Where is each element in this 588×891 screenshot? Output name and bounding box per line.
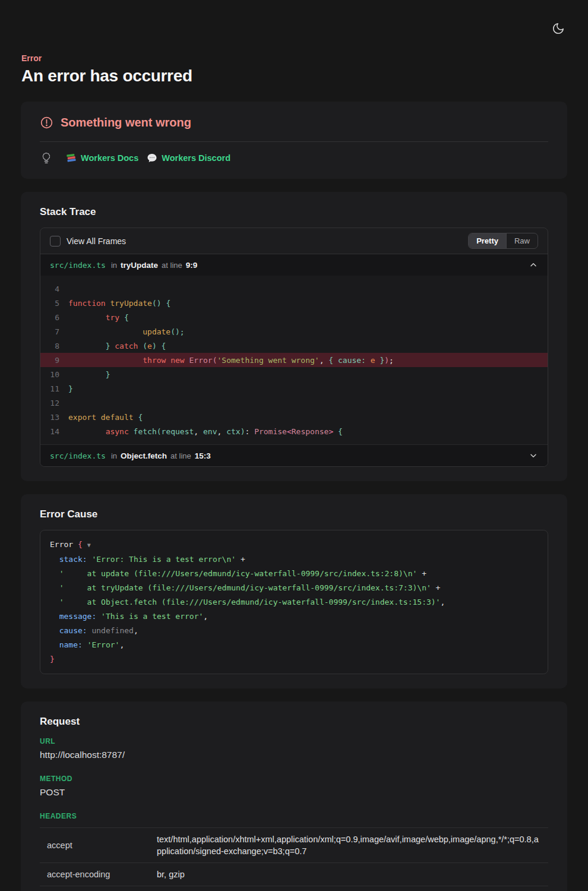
header-key: accept — [47, 841, 157, 850]
error-cause-line: ' at tryUpdate (file:///Users/edmund/icy… — [50, 581, 538, 595]
chevron-up-icon — [529, 260, 538, 270]
error-cause-viewer: Error { ▼ stack: 'Error: This is a test … — [40, 530, 548, 674]
frame-function: Object.fetch — [121, 451, 167, 460]
workers-discord-link[interactable]: Workers Discord — [147, 153, 230, 163]
dark-mode-toggle[interactable] — [550, 20, 567, 37]
alert-title: Something went wrong — [61, 116, 191, 129]
request-panel: Request URL http://localhost:8787/ METHO… — [21, 702, 567, 891]
raw-tab[interactable]: Raw — [506, 233, 538, 248]
code-line: 5function tryUpdate() { — [40, 296, 548, 310]
alert-circle-icon — [40, 116, 53, 129]
header-value: br, gzip — [157, 868, 185, 880]
page-header: Error An error has occurred — [0, 0, 588, 86]
stack-trace-title: Stack Trace — [40, 206, 548, 218]
frame-at-label: at line — [170, 451, 191, 460]
workers-docs-label: Workers Docs — [81, 153, 138, 163]
speech-bubble-icon — [147, 153, 157, 163]
stack-frame-header-tryupdate[interactable]: src/index.ts in tryUpdate at line 9:9 — [40, 254, 548, 276]
view-all-frames-checkbox[interactable] — [50, 236, 61, 247]
frame-in-label: in — [111, 261, 117, 270]
moon-icon — [552, 22, 565, 35]
method-label: METHOD — [40, 775, 548, 783]
error-cause-line: ' at Object.fetch (file:///Users/edmund/… — [50, 595, 538, 609]
code-line: 12 — [40, 396, 548, 410]
pretty-tab[interactable]: Pretty — [469, 233, 506, 248]
code-viewer: 45function tryUpdate() {6 try {7 update(… — [40, 276, 548, 444]
alert-panel: Something went wrong Workers Docs Worker… — [21, 102, 567, 179]
frame-file: src/index.ts — [50, 261, 106, 270]
code-line: 9 throw new Error('Something went wrong'… — [40, 353, 548, 367]
code-line: 4 — [40, 282, 548, 296]
view-all-frames-label: View All Frames — [67, 236, 126, 246]
error-cause-line: stack: 'Error: This is a test error\n' + — [50, 552, 538, 567]
frames-box: View All Frames Pretty Raw src/index.ts … — [40, 228, 548, 467]
request-title: Request — [40, 716, 548, 728]
stack-frame-header-objectfetch[interactable]: src/index.ts in Object.fetch at line 15:… — [40, 444, 548, 466]
frame-file: src/index.ts — [50, 451, 106, 460]
frame-line: 9:9 — [186, 261, 198, 270]
stack-trace-panel: Stack Trace View All Frames Pretty Raw s… — [21, 192, 567, 481]
header-value: text/html,application/xhtml+xml,applicat… — [157, 833, 541, 857]
books-icon — [66, 153, 77, 163]
header-row: accept-languageen-US,en;q=0.9 — [40, 886, 548, 891]
error-cause-line: Error { ▼ — [50, 538, 538, 552]
frame-function: tryUpdate — [121, 261, 158, 270]
code-line: 8 } catch (e) { — [40, 339, 548, 353]
url-value: http://localhost:8787/ — [40, 750, 548, 760]
pretty-raw-toggle: Pretty Raw — [468, 233, 538, 249]
header-row: accepttext/html,application/xhtml+xml,ap… — [40, 827, 548, 862]
code-line: 7 update(); — [40, 324, 548, 339]
code-line: 6 try { — [40, 310, 548, 324]
code-line: 14 async fetch(request, env, ctx): Promi… — [40, 424, 548, 438]
error-cause-line: ' at update (file:///Users/edmund/icy-wa… — [50, 567, 538, 581]
headers-label: HEADERS — [40, 812, 548, 820]
error-eyebrow: Error — [21, 53, 567, 63]
workers-discord-label: Workers Discord — [162, 153, 230, 163]
error-cause-panel: Error Cause Error { ▼ stack: 'Error: Thi… — [21, 494, 567, 688]
error-cause-line: cause: undefined, — [50, 624, 538, 638]
chevron-down-icon — [529, 451, 538, 460]
error-cause-title: Error Cause — [40, 508, 548, 520]
code-line: 11} — [40, 381, 548, 396]
code-line: 10 } — [40, 367, 548, 381]
header-key: accept-encoding — [47, 870, 157, 879]
error-cause-line: } — [50, 652, 538, 666]
lightbulb-icon — [40, 151, 53, 165]
workers-docs-link[interactable]: Workers Docs — [66, 153, 138, 163]
frame-at-label: at line — [162, 261, 182, 270]
headers-table: accepttext/html,application/xhtml+xml,ap… — [40, 827, 548, 891]
frame-in-label: in — [111, 451, 117, 460]
page-title: An error has occurred — [21, 67, 567, 86]
header-row: accept-encodingbr, gzip — [40, 862, 548, 886]
code-line: 13export default { — [40, 410, 548, 424]
method-value: POST — [40, 787, 548, 798]
frame-line: 15:3 — [195, 451, 211, 460]
error-cause-line: name: 'Error', — [50, 638, 538, 652]
url-label: URL — [40, 737, 548, 745]
error-cause-line: message: 'This is a test error', — [50, 609, 538, 624]
